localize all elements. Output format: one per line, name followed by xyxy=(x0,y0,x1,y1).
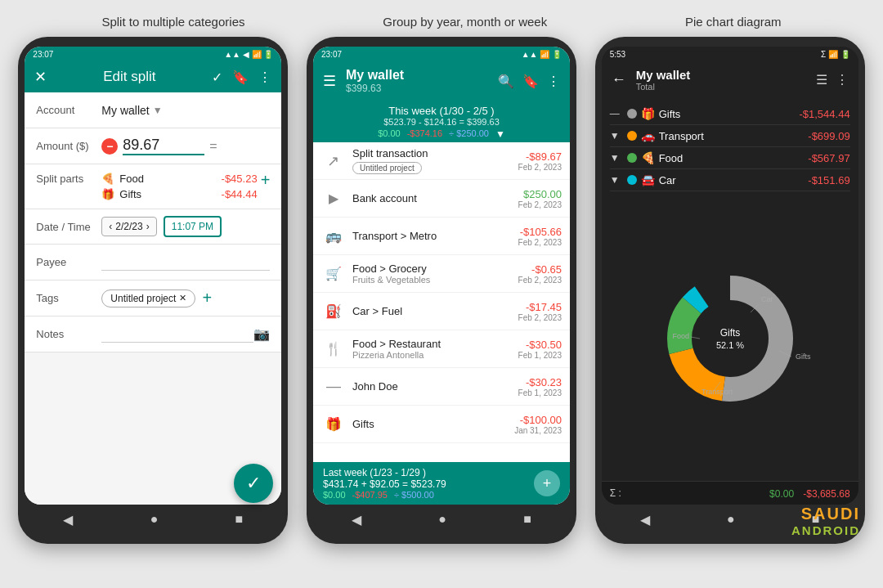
trans-fuel-date: Feb 2, 2023 xyxy=(518,313,562,322)
food-expand-icon[interactable]: ▼ xyxy=(610,152,623,164)
trans-gifts-date: Jan 31, 2023 xyxy=(514,426,562,435)
phone-2-screen: 23:07 ▲▲ 📶 🔋 ☰ My wallet $399.63 🔍 🔖 ⋮ xyxy=(313,47,570,505)
phone2-wallet-name: My wallet xyxy=(346,68,498,83)
week-blue: ÷ $250.00 xyxy=(449,128,489,140)
phone2-more-icon[interactable]: ⋮ xyxy=(547,74,560,89)
trans-transport[interactable]: 🚌 Transport > Metro -$105.66 Feb 2, 2023 xyxy=(313,218,570,255)
trans-restaurant-title: Food > Restaurant xyxy=(352,338,512,350)
car-color-dot xyxy=(627,175,637,185)
phone1-bookmark-icon[interactable]: 🔖 xyxy=(232,70,249,85)
food-cat-name: Food xyxy=(659,152,809,164)
amount-field: − = xyxy=(101,137,270,155)
phone3-back-icon[interactable]: ← xyxy=(612,71,626,88)
last-week-red: -$407.95 xyxy=(352,490,388,500)
phone1-close-icon[interactable]: ✕ xyxy=(34,68,47,86)
phone1-more-icon[interactable]: ⋮ xyxy=(258,70,271,85)
trans-restaurant[interactable]: 🍴 Food > Restaurant Pizzeria Antonella -… xyxy=(313,330,570,368)
trans-bank-amount: $250.00 xyxy=(518,188,562,200)
phone3-list-icon[interactable]: ☰ xyxy=(816,72,827,88)
cat-gifts[interactable]: — 🎁 Gifts -$1,544.44 xyxy=(610,103,850,125)
amount-label: Amount ($) xyxy=(36,140,101,152)
nav2-back-button[interactable]: ◀ xyxy=(352,512,361,527)
add-split-button[interactable]: + xyxy=(261,171,271,190)
trans-split-amount: -$89.67 xyxy=(518,150,562,163)
phone2-bottom-nav: ◀ ● ■ xyxy=(313,505,570,534)
trans-restaurant-date: Feb 1, 2023 xyxy=(518,351,562,360)
phone2-menu-icon[interactable]: ☰ xyxy=(323,72,336,90)
trans-johndoe-amount: -$30.23 xyxy=(518,376,562,388)
fab-button[interactable]: ✓ xyxy=(234,464,273,503)
chevron-right-icon[interactable]: › xyxy=(146,221,150,232)
cat-transport[interactable]: ▼ 🚗 Transport -$699.09 xyxy=(610,125,850,147)
page: Split to multiple categories Group by ye… xyxy=(0,0,883,588)
cat-car[interactable]: ▼ 🚘 Car -$151.69 xyxy=(610,169,850,191)
date-button[interactable]: ‹ 2/2/23 › xyxy=(101,217,156,236)
payee-input[interactable] xyxy=(101,254,270,271)
food-label: Food xyxy=(672,332,689,340)
account-chevron-icon[interactable]: ▼ xyxy=(153,105,163,116)
week-green: $0.00 xyxy=(378,128,401,140)
nav-recents-button[interactable]: ■ xyxy=(235,512,244,527)
phone2-wallet-amount: $399.63 xyxy=(346,83,498,94)
trans-grocery-amount: -$0.65 xyxy=(518,263,562,276)
phone2-toolbar-right: 🔍 🔖 ⋮ xyxy=(498,74,560,89)
food-cat-icon: 🍕 xyxy=(641,151,655,164)
phone3-status-icons: Σ 📶 🔋 xyxy=(821,50,850,59)
tag-remove-icon[interactable]: ✕ xyxy=(179,293,186,303)
phone3-toolbar-right: ☰ ⋮ xyxy=(816,72,849,88)
car-expand-icon[interactable]: ▼ xyxy=(610,174,623,186)
week-collapse-icon[interactable]: ▼ xyxy=(495,128,505,140)
trans-restaurant-amount: -$30.50 xyxy=(518,339,562,351)
trans-johndoe[interactable]: — John Doe -$30.23 Feb 1, 2023 xyxy=(313,368,570,406)
trans-gifts[interactable]: 🎁 Gifts -$100.00 Jan 31, 2023 xyxy=(313,406,570,443)
nav-back-button[interactable]: ◀ xyxy=(63,512,73,527)
phone3-more-icon[interactable]: ⋮ xyxy=(836,72,849,88)
gifts-expand-icon[interactable]: — xyxy=(610,108,623,119)
trans-grocery-date: Feb 2, 2023 xyxy=(518,276,562,285)
trans-transport-middle: Transport > Metro xyxy=(346,230,518,242)
last-week-blue: ÷ $500.00 xyxy=(394,490,434,500)
phone2-search-icon[interactable]: 🔍 xyxy=(498,74,514,89)
phone1-time: 23:07 xyxy=(33,50,53,59)
minus-button[interactable]: − xyxy=(101,138,118,155)
chevron-left-icon[interactable]: ‹ xyxy=(109,221,112,232)
phone2-bookmark-icon[interactable]: 🔖 xyxy=(522,74,539,89)
nav3-back-button[interactable]: ◀ xyxy=(640,512,650,527)
notes-input[interactable] xyxy=(101,326,253,343)
add-transaction-button[interactable]: + xyxy=(534,470,560,496)
phone3-wallet-sub: Total xyxy=(636,82,816,92)
trans-bank[interactable]: ▶ Bank account $250.00 Feb 2, 2023 xyxy=(313,180,570,218)
nav3-recents-button[interactable]: ■ xyxy=(812,512,820,527)
section-title-1: Split to multiple categories xyxy=(101,15,244,29)
nav-home-button[interactable]: ● xyxy=(150,512,159,527)
trans-restaurant-middle: Food > Restaurant Pizzeria Antonella xyxy=(346,338,518,360)
trans-fuel[interactable]: ⛽ Car > Fuel -$17.45 Feb 2, 2023 xyxy=(313,293,570,330)
payee-label: Payee xyxy=(36,256,101,268)
amount-row: Amount ($) − = xyxy=(25,128,281,164)
headers-row: Split to multiple categories Group by ye… xyxy=(0,0,883,37)
phone2-status-bar: 23:07 ▲▲ 📶 🔋 xyxy=(313,47,570,61)
trans-split-tag: Untitled project xyxy=(352,162,422,174)
nav2-recents-button[interactable]: ■ xyxy=(523,512,531,527)
trans-split[interactable]: ↗ Split transaction Untitled project -$8… xyxy=(313,142,570,180)
gifts-cat-icon: 🎁 xyxy=(641,107,655,120)
trans-grocery[interactable]: 🛒 Food > Grocery Fruits & Vegetables -$0… xyxy=(313,255,570,293)
nav2-home-button[interactable]: ● xyxy=(438,512,446,527)
time-button[interactable]: 11:07 PM xyxy=(164,216,222,237)
cat-food[interactable]: ▼ 🍕 Food -$567.97 xyxy=(610,147,850,169)
johndoe-icon: — xyxy=(321,375,346,399)
trans-gifts-middle: Gifts xyxy=(346,418,514,430)
trans-grocery-middle: Food > Grocery Fruits & Vegetables xyxy=(346,263,518,285)
nav3-home-button[interactable]: ● xyxy=(727,512,735,527)
amount-input[interactable] xyxy=(123,137,204,155)
split-item-food-name: Food xyxy=(119,173,216,185)
car-cat-amount: -$151.69 xyxy=(808,174,849,186)
trans-split-middle: Split transaction Untitled project xyxy=(346,147,518,174)
transport-expand-icon[interactable]: ▼ xyxy=(610,130,623,141)
phone1-check-icon[interactable]: ✓ xyxy=(212,70,222,85)
add-tag-button[interactable]: + xyxy=(202,289,212,307)
fab-check-icon: ✓ xyxy=(246,473,261,494)
tag-chip[interactable]: Untitled project ✕ xyxy=(101,290,195,307)
camera-icon[interactable]: 📷 xyxy=(253,326,270,342)
footer-left: $0.00 xyxy=(769,488,794,500)
